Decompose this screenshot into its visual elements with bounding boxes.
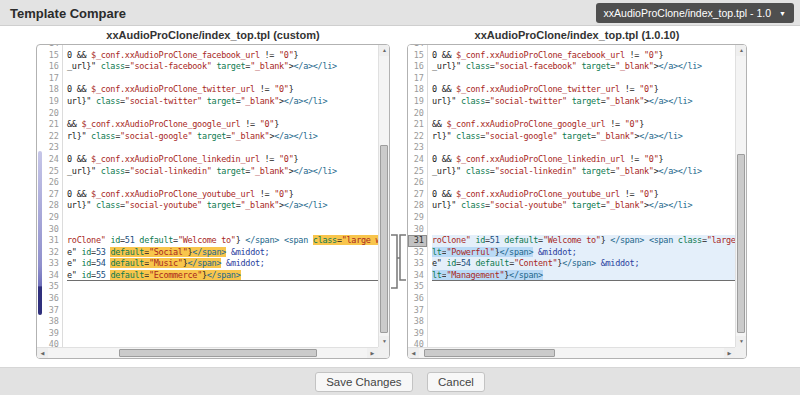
- code-line: e" id=54 default="Content"}</span> &midd…: [432, 258, 735, 270]
- cancel-button[interactable]: Cancel: [427, 372, 485, 392]
- vertical-scroll-thumb[interactable]: [737, 154, 745, 333]
- line-number-gutter: 1415161718192021222324252627282930313233…: [43, 44, 63, 347]
- horizontal-scrollbar[interactable]: ◀ ▶: [37, 347, 378, 358]
- code-area[interactable]: 0 && $_conf.xxAudioProClone_facebook_url…: [63, 44, 378, 347]
- line-number: 35: [43, 281, 62, 293]
- right-code-editor[interactable]: 1415161718192021222324252627282930313233…: [408, 44, 735, 347]
- code-line: [67, 73, 378, 85]
- code-line: url}" class="social-youtube" target="_bl…: [432, 200, 735, 212]
- vertical-scroll-thumb[interactable]: [380, 145, 388, 333]
- left-code-editor[interactable]: 1415161718192021222324252627282930313233…: [43, 44, 378, 347]
- version-dropdown[interactable]: xxAudioProClone/index_top.tpl - 1.0 ▼: [596, 3, 794, 23]
- line-number: 20: [408, 108, 427, 120]
- code-line: [67, 339, 378, 347]
- scrollbar-corner: [378, 347, 389, 358]
- diff-connector: [390, 44, 407, 359]
- line-number: 39: [43, 328, 62, 340]
- line-number: 26: [43, 177, 62, 189]
- line-number: 37: [408, 305, 427, 317]
- left-panel-title: xxAudioProClone/index_top.tpl (custom): [36, 29, 390, 41]
- line-number: 30: [43, 224, 62, 236]
- line-number: 30: [408, 224, 427, 236]
- line-number: 38: [408, 316, 427, 328]
- scroll-down-icon[interactable]: ▼: [379, 336, 390, 347]
- code-line: 0 && $_conf.xxAudioProClone_linkedin_url…: [67, 154, 378, 166]
- code-line: [67, 142, 378, 154]
- scroll-right-icon[interactable]: ▶: [367, 348, 378, 359]
- line-number: 28: [408, 200, 427, 212]
- code-line: && $_conf.xxAudioProClone_google_url != …: [432, 119, 735, 131]
- line-number: 18: [43, 84, 62, 96]
- code-line: roClone" id=51 default="Welcome to"} </s…: [432, 235, 735, 247]
- line-number: 20: [43, 108, 62, 120]
- code-line: [432, 108, 735, 120]
- save-button[interactable]: Save Changes: [315, 372, 412, 392]
- code-line: [67, 305, 378, 317]
- code-line: [67, 108, 378, 120]
- line-number: 21: [408, 119, 427, 131]
- line-number: 16: [408, 61, 427, 73]
- line-number: 24: [408, 154, 427, 166]
- line-number: 32: [408, 247, 427, 259]
- line-number: 40: [408, 339, 427, 347]
- code-line: [67, 328, 378, 340]
- scroll-up-icon[interactable]: ▲: [379, 45, 390, 56]
- line-number: 34: [408, 270, 427, 282]
- vertical-scrollbar[interactable]: ▲ ▼: [735, 45, 746, 347]
- horizontal-scroll-thumb[interactable]: [119, 349, 317, 357]
- scroll-left-icon[interactable]: ◀: [37, 348, 48, 359]
- code-line: _url}" class="social-facebook" target="_…: [432, 61, 735, 73]
- code-line: lt="Powerful"}</span> &middot;: [432, 247, 735, 259]
- vertical-scrollbar[interactable]: ▲ ▼: [378, 45, 389, 347]
- code-line: 0 && $_conf.xxAudioProClone_twitter_url …: [67, 84, 378, 96]
- right-panel-title: xxAudioProClone/index_top.tpl (1.0.10): [407, 29, 747, 41]
- diff-indicator-bar: [38, 151, 42, 315]
- code-line: rl}" class="social-google" target="_blan…: [67, 131, 378, 143]
- line-number: 39: [408, 328, 427, 340]
- line-number: 22: [408, 131, 427, 143]
- code-line: [67, 281, 378, 293]
- line-number: 18: [408, 84, 427, 96]
- code-line: url}" class="social-twitter" target="_bl…: [432, 96, 735, 108]
- line-number: 38: [43, 316, 62, 328]
- line-number: 15: [43, 50, 62, 62]
- code-line: 0 && $_conf.xxAudioProClone_youtube_url …: [67, 189, 378, 201]
- right-editor-panel: 1415161718192021222324252627282930313233…: [407, 44, 747, 359]
- scrollbar-corner: [735, 347, 746, 358]
- scroll-up-icon[interactable]: ▲: [736, 45, 747, 56]
- scroll-right-icon[interactable]: ▶: [724, 348, 735, 359]
- code-line: 0 && $_conf.xxAudioProClone_linkedin_url…: [432, 154, 735, 166]
- horizontal-scrollbar[interactable]: ◀ ▶: [408, 347, 735, 358]
- line-number: 28: [43, 200, 62, 212]
- scroll-down-icon[interactable]: ▼: [736, 336, 747, 347]
- line-number: 17: [43, 73, 62, 85]
- horizontal-scroll-thumb[interactable]: [424, 349, 555, 357]
- template-compare-window: Template Compare xxAudioProClone/index_t…: [0, 0, 800, 407]
- code-line: url}" class="social-youtube" target="_bl…: [67, 200, 378, 212]
- code-line: 0 && $_conf.xxAudioProClone_facebook_url…: [67, 50, 378, 62]
- code-line: [432, 142, 735, 154]
- line-number: 31: [408, 235, 427, 247]
- scroll-left-icon[interactable]: ◀: [408, 348, 419, 359]
- footer-bar: Save Changes Cancel: [0, 367, 800, 395]
- code-line: e" id=55 default="Ecommerce"}</span>: [67, 270, 378, 282]
- code-line: [67, 177, 378, 189]
- code-line: 0 && $_conf.xxAudioProClone_twitter_url …: [432, 84, 735, 96]
- code-line: _url}" class="social-linkedin" target="_…: [67, 166, 378, 178]
- chevron-down-icon: ▼: [779, 10, 786, 17]
- code-line: 0 && $_conf.xxAudioProClone_youtube_url …: [432, 189, 735, 201]
- line-number: 31: [43, 235, 62, 247]
- line-number: 15: [408, 50, 427, 62]
- code-area[interactable]: 0 && $_conf.xxAudioProClone_facebook_url…: [428, 44, 735, 347]
- code-line: [432, 293, 735, 305]
- code-line: e" id=54 default="Music"}</span> &middot…: [67, 258, 378, 270]
- line-number: 25: [43, 166, 62, 178]
- line-number: 27: [43, 189, 62, 201]
- header-bar: Template Compare xxAudioProClone/index_t…: [0, 0, 800, 26]
- version-dropdown-label: xxAudioProClone/index_top.tpl - 1.0: [604, 7, 772, 19]
- line-number: 33: [43, 258, 62, 270]
- line-number: 36: [43, 293, 62, 305]
- line-number: 40: [43, 339, 62, 347]
- line-number: 19: [408, 96, 427, 108]
- line-number: 17: [408, 73, 427, 85]
